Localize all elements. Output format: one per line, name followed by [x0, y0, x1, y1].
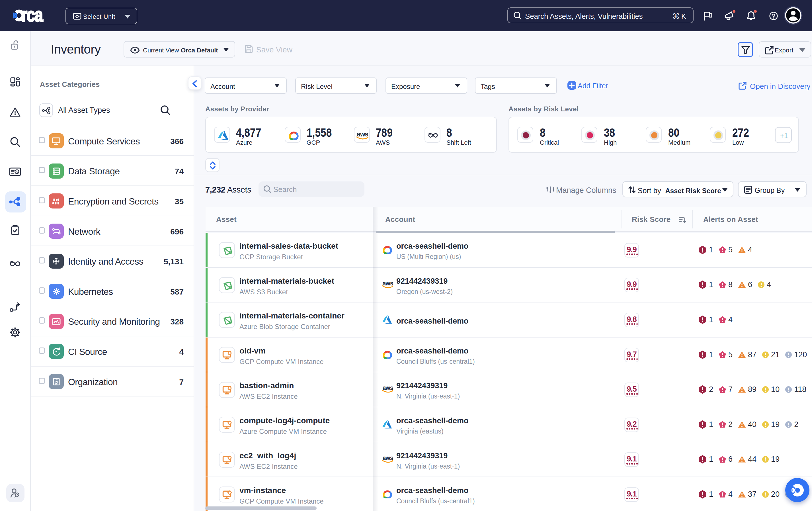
svg-text:aws: aws	[383, 385, 393, 391]
svg-text:rca: rca	[21, 7, 43, 26]
svg-text:aws: aws	[383, 454, 393, 461]
svg-text:aws: aws	[357, 131, 368, 138]
svg-text:aws: aws	[383, 280, 393, 286]
